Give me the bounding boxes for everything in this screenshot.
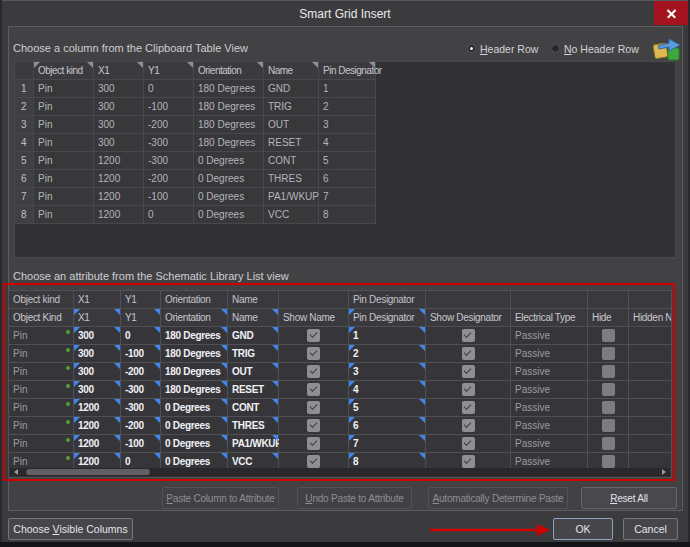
attribute-table-row[interactable]: Pin3000180 DegreesGND1Passive <box>9 327 671 345</box>
clipboard-column-header[interactable] <box>629 291 672 309</box>
clipboard-table-row[interactable]: 3Pin300-200180 DegreesOUT3 <box>15 116 675 134</box>
cell: 1200 <box>94 170 144 188</box>
attribute-table-row[interactable]: Pin1200-3000 DegreesCONT5Passive <box>9 399 671 417</box>
show-designator-checkbox[interactable] <box>462 437 475 450</box>
pasted-ok-dot-icon <box>66 438 70 442</box>
clipboard-column-header[interactable]: X1 <box>74 291 121 309</box>
cell-electrical-type: Passive <box>511 435 588 453</box>
show-designator-checkbox[interactable] <box>462 365 475 378</box>
show-designator-checkbox[interactable] <box>462 455 475 468</box>
cell-object-kind: Pin <box>9 345 74 363</box>
attribute-column-header[interactable]: Orientation <box>161 309 228 327</box>
attribute-table-row[interactable]: Pin300-200180 DegreesOUT3Passive <box>9 363 671 381</box>
attribute-column-header[interactable]: Y1 <box>121 309 161 327</box>
cell-name: THRES <box>228 417 279 435</box>
clipboard-table-row[interactable]: 6Pin1200-2000 DegreesTHRES6 <box>15 170 675 188</box>
header-row-radio-label[interactable]: Header Row <box>480 43 538 55</box>
column-header[interactable]: Orientation <box>194 62 264 80</box>
show-name-checkbox[interactable] <box>307 437 320 450</box>
cancel-button[interactable]: Cancel <box>623 518 678 540</box>
column-header[interactable]: X1 <box>94 62 144 80</box>
clipboard-column-header[interactable]: Pin Designator <box>349 291 426 309</box>
show-designator-checkbox[interactable] <box>462 419 475 432</box>
clipboard-column-header[interactable]: Y1 <box>121 291 161 309</box>
attribute-table-row[interactable]: Pin1200-2000 DegreesTHRES6Passive <box>9 417 671 435</box>
show-name-checkbox[interactable] <box>307 401 320 414</box>
attribute-column-header[interactable]: Pin Designator <box>349 309 426 327</box>
show-name-checkbox[interactable] <box>307 383 320 396</box>
attribute-column-header[interactable]: Name <box>228 309 279 327</box>
cell-hidden-ne <box>629 327 672 345</box>
clipboard-table-row[interactable]: 5Pin1200-3000 DegreesCONT5 <box>15 152 675 170</box>
clipboard-column-header[interactable] <box>279 291 349 309</box>
ok-button[interactable]: OK <box>553 518 613 540</box>
column-header[interactable]: Pin Designator <box>319 62 376 80</box>
paste-mark-icon <box>419 453 425 459</box>
clipboard-column-header[interactable]: Name <box>228 291 279 309</box>
attribute-column-header[interactable]: Show Designator <box>426 309 511 327</box>
close-button[interactable] <box>654 1 688 25</box>
show-name-checkbox[interactable] <box>307 419 320 432</box>
column-header[interactable]: Name <box>264 62 319 80</box>
cell: 7 <box>319 188 376 206</box>
show-name-checkbox[interactable] <box>307 365 320 378</box>
clipboard-column-header[interactable] <box>426 291 511 309</box>
clipboard-column-header[interactable] <box>588 291 629 309</box>
clipboard-column-header[interactable] <box>511 291 588 309</box>
show-name-checkbox[interactable] <box>307 329 320 342</box>
attribute-column-header[interactable]: X1 <box>74 309 121 327</box>
attribute-table-row[interactable]: Pin1200-1000 DegreesPA1/WKUP7Passive <box>9 435 671 453</box>
attribute-column-header[interactable]: Show Name <box>279 309 349 327</box>
cell-electrical-type: Passive <box>511 363 588 381</box>
attribute-column-header[interactable]: Electrical Type <box>511 309 588 327</box>
attribute-table-row[interactable]: Pin300-300180 DegreesRESET4Passive <box>9 381 671 399</box>
row-number: 5 <box>15 152 34 170</box>
no-header-row-radio-label[interactable]: No Header Row <box>564 43 639 55</box>
column-header[interactable]: Y1 <box>144 62 194 80</box>
clipboard-table-row[interactable]: 1Pin3000180 DegreesGND1 <box>15 80 675 98</box>
choose-visible-columns-button[interactable]: Choose Visible Columns <box>8 518 133 540</box>
paste-mark-icon <box>114 381 120 387</box>
cell: 0 Degrees <box>194 188 264 206</box>
hide-checkbox[interactable] <box>602 347 615 360</box>
hide-checkbox[interactable] <box>602 365 615 378</box>
hide-checkbox[interactable] <box>602 401 615 414</box>
cell: Pin <box>34 116 94 134</box>
attribute-column-header[interactable]: Object Kind <box>9 309 74 327</box>
paste-mark-icon <box>419 345 425 351</box>
cell-show-designator <box>426 417 511 435</box>
hide-checkbox[interactable] <box>602 419 615 432</box>
reset-all-button[interactable]: Reset All <box>581 487 677 509</box>
show-designator-checkbox[interactable] <box>462 401 475 414</box>
scroll-right-arrow-icon[interactable] <box>662 469 666 475</box>
show-designator-checkbox[interactable] <box>462 347 475 360</box>
header-row-radio[interactable] <box>467 44 476 53</box>
clipboard-column-header[interactable]: Object kind <box>9 291 74 309</box>
clipboard-table-row[interactable]: 8Pin120000 DegreesVCC8 <box>15 206 675 224</box>
hide-checkbox[interactable] <box>602 383 615 396</box>
cell-pin-designator: 3 <box>349 363 426 381</box>
clipboard-column-header[interactable]: Orientation <box>161 291 228 309</box>
attribute-column-header[interactable]: Hidden Ne <box>629 309 672 327</box>
hide-checkbox[interactable] <box>602 329 615 342</box>
clipboard-table-row[interactable]: 4Pin300-300180 DegreesRESET4 <box>15 134 675 152</box>
show-designator-checkbox[interactable] <box>462 383 475 396</box>
cell-electrical-type: Passive <box>511 381 588 399</box>
hide-checkbox[interactable] <box>602 437 615 450</box>
cell-orientation: 0 Degrees <box>161 417 228 435</box>
no-header-row-radio[interactable] <box>551 44 560 53</box>
show-name-checkbox[interactable] <box>307 347 320 360</box>
clipboard-table-row[interactable]: 7Pin1200-1000 DegreesPA1/WKUP7 <box>15 188 675 206</box>
scrollbar-thumb[interactable] <box>26 469 150 475</box>
column-header[interactable]: Object kind <box>34 62 94 80</box>
clipboard-table-row[interactable]: 2Pin300-100180 DegreesTRIG2 <box>15 98 675 116</box>
attribute-column-header[interactable]: Hide <box>588 309 629 327</box>
hide-checkbox[interactable] <box>602 455 615 468</box>
cell-hidden-ne <box>629 345 672 363</box>
column-header[interactable] <box>15 62 34 80</box>
show-name-checkbox[interactable] <box>307 455 320 468</box>
attribute-table-row[interactable]: Pin300-100180 DegreesTRIG2Passive <box>9 345 671 363</box>
show-designator-checkbox[interactable] <box>462 329 475 342</box>
horizontal-scrollbar[interactable] <box>10 468 670 476</box>
scroll-left-arrow-icon[interactable] <box>14 469 18 475</box>
